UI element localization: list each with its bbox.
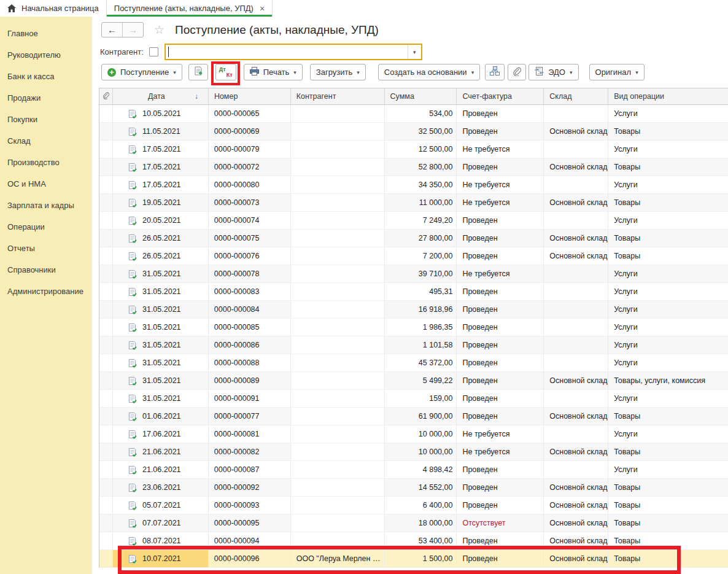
- cell-sum: 14 552,00: [385, 479, 457, 496]
- table-row[interactable]: 21.06.2021 0000-000087 4 898,42 Проведен…: [99, 461, 728, 479]
- create-receipt-button[interactable]: + Поступление ▾: [101, 64, 182, 80]
- column-header-attachment[interactable]: [99, 88, 113, 104]
- table-row[interactable]: 23.06.2021 0000-000092 14 552,00 Проведе…: [99, 479, 728, 497]
- table-row[interactable]: 17.06.2021 0000-000081 10 000,00 Не треб…: [99, 425, 728, 443]
- tab-home[interactable]: Начальная страница: [0, 0, 107, 17]
- cell-number: 0000-000094: [209, 532, 291, 549]
- attachments-button[interactable]: [508, 64, 526, 80]
- document-structure-button[interactable]: [485, 64, 505, 80]
- load-button[interactable]: Загрузить ▾: [310, 64, 366, 80]
- sidebar-item-администрирование[interactable]: Администрирование: [0, 281, 92, 302]
- favorite-star-icon[interactable]: ☆: [154, 23, 165, 37]
- posted-document-icon: [128, 145, 137, 154]
- cell-counterparty: [291, 532, 385, 549]
- sidebar-item-продажи[interactable]: Продажи: [0, 87, 92, 109]
- cell-counterparty: ООО "Леруа Мерлен …: [291, 550, 385, 567]
- cell-date: 31.05.2021: [113, 283, 209, 300]
- cell-warehouse: [544, 319, 608, 336]
- sidebar-item-руководителю[interactable]: Руководителю: [0, 44, 92, 66]
- counterparty-filter-checkbox[interactable]: [149, 47, 158, 56]
- cell-invoice: Проведен: [457, 550, 544, 567]
- table-row[interactable]: 31.05.2021 0000-000088 45 372,00 Проведе…: [99, 354, 728, 372]
- cell-warehouse: Основной склад: [544, 158, 608, 176]
- cell-attachment: [99, 212, 113, 229]
- cell-invoice: Не требуется: [457, 176, 544, 193]
- table-row[interactable]: 10.05.2021 0000-000065 534,00 Проведен У…: [99, 105, 728, 123]
- table-row[interactable]: 31.05.2021 0000-000091 159,00 Проведен У…: [99, 390, 728, 408]
- table-row[interactable]: 08.07.2021 0000-000094 53 400,00 Проведе…: [99, 532, 728, 550]
- cell-attachment: [99, 141, 113, 158]
- column-header-warehouse[interactable]: Склад: [544, 88, 608, 104]
- table-row[interactable]: 17.05.2021 0000-000080 34 350,00 Не треб…: [99, 176, 728, 194]
- sidebar-item-зарплата-и-кадры[interactable]: Зарплата и кадры: [0, 195, 92, 216]
- sidebar-item-склад[interactable]: Склад: [0, 130, 92, 152]
- column-header-operation[interactable]: Вид операции: [608, 88, 728, 104]
- cell-sum: 5 499,22: [385, 372, 457, 389]
- table-row[interactable]: 07.07.2021 0000-000095 18 000,00 Отсутст…: [99, 514, 728, 532]
- column-header-number[interactable]: Номер: [209, 88, 291, 104]
- table-row[interactable]: 31.05.2021 0000-000089 5 499,22 Проведен…: [99, 372, 728, 390]
- combo-dropdown-button[interactable]: ▾: [408, 45, 421, 59]
- table-row[interactable]: 10.07.2021 0000-000096 ООО "Леруа Мерлен…: [99, 550, 728, 568]
- cell-warehouse: [544, 141, 608, 158]
- dt-label: Дт: [219, 66, 226, 72]
- cell-operation: Товары: [608, 408, 728, 425]
- create-receipt-label: Поступление: [120, 68, 169, 77]
- tab-close-icon[interactable]: ×: [260, 4, 265, 13]
- cell-counterparty: [291, 461, 385, 478]
- copy-document-button[interactable]: [188, 64, 208, 80]
- table-row[interactable]: 01.06.2021 0000-000077 61 900,00 Проведе…: [99, 408, 728, 425]
- cell-date: 17.05.2021: [113, 176, 209, 193]
- sidebar-item-банк-и-касса[interactable]: Банк и касса: [0, 66, 92, 87]
- cell-date-text: 01.06.2021: [142, 412, 181, 421]
- table-row[interactable]: 19.05.2021 0000-000073 11 000,00 Не треб…: [99, 194, 728, 212]
- column-header-invoice[interactable]: Счет-фактура: [457, 88, 544, 104]
- chevron-down-icon: ▾: [357, 69, 360, 76]
- cell-date: 26.05.2021: [113, 230, 209, 247]
- forward-button[interactable]: →: [123, 23, 143, 37]
- sidebar-item-покупки[interactable]: Покупки: [0, 109, 92, 130]
- counterparty-filter-input[interactable]: ▾: [165, 44, 422, 60]
- table-row[interactable]: 17.05.2021 0000-000079 12 500,00 Не треб…: [99, 141, 728, 158]
- cell-date: 17.06.2021: [113, 425, 209, 443]
- sidebar-item-производство[interactable]: Производство: [0, 152, 92, 173]
- cell-warehouse: [544, 390, 608, 407]
- table-row[interactable]: 31.05.2021 0000-000084 16 918,96 Проведе…: [99, 301, 728, 319]
- original-button[interactable]: Оригинал ▾: [589, 64, 645, 80]
- column-header-date[interactable]: Дата ↓: [113, 88, 209, 104]
- table-row[interactable]: 31.05.2021 0000-000083 495,31 Проведен У…: [99, 283, 728, 301]
- table-row[interactable]: 21.06.2021 0000-000082 10 000,00 Не треб…: [99, 443, 728, 461]
- cell-attachment: [99, 319, 113, 336]
- print-button[interactable]: Печать ▾: [244, 64, 303, 80]
- sidebar-item-отчеты[interactable]: Отчеты: [0, 238, 92, 259]
- table-row[interactable]: 11.05.2021 0000-000069 32 500,00 Проведе…: [99, 123, 728, 141]
- table-row[interactable]: 26.05.2021 0000-000075 27 800,00 Проведе…: [99, 230, 728, 247]
- table-row[interactable]: 05.07.2021 0000-000093 6 400,00 Проведен…: [99, 497, 728, 514]
- table-row[interactable]: 31.05.2021 0000-000086 1 101,58 Проведен…: [99, 336, 728, 354]
- table-row[interactable]: 31.05.2021 0000-000078 39 710,00 Не треб…: [99, 265, 728, 283]
- sidebar-item-справочники[interactable]: Справочники: [0, 259, 92, 281]
- sidebar-item-главное[interactable]: Главное: [0, 23, 92, 44]
- cell-number: 0000-000093: [209, 497, 291, 514]
- edo-button[interactable]: ЭДО ▾: [529, 64, 578, 80]
- back-button[interactable]: ←: [102, 23, 123, 37]
- cell-attachment: [99, 372, 113, 389]
- tab-receipts[interactable]: Поступление (акты, накладные, УПД) ×: [107, 0, 273, 17]
- cell-operation: Услуги: [608, 141, 728, 158]
- show-postings-dtkt-button[interactable]: Дт Кт: [215, 64, 236, 80]
- table-row[interactable]: 31.05.2021 0000-000085 1 986,35 Проведен…: [99, 319, 728, 336]
- posted-document-icon: [128, 234, 137, 243]
- column-header-counterparty[interactable]: Контрагент: [291, 88, 385, 104]
- sidebar-item-ос-и-нма[interactable]: ОС и НМА: [0, 173, 92, 195]
- sidebar-item-операции[interactable]: Операции: [0, 216, 92, 238]
- cell-date-text: 10.05.2021: [142, 109, 181, 118]
- cell-date-text: 31.05.2021: [142, 323, 181, 332]
- history-nav: ← →: [101, 22, 144, 37]
- table-row[interactable]: 26.05.2021 0000-000076 7 200,00 Проведен…: [99, 247, 728, 265]
- cell-sum: 1 101,58: [385, 336, 457, 354]
- table-row[interactable]: 17.05.2021 0000-000072 52 800,00 Проведе…: [99, 158, 728, 176]
- posted-document-icon: [128, 198, 137, 207]
- create-based-on-button[interactable]: Создать на основании ▾: [378, 64, 480, 80]
- table-row[interactable]: 20.05.2021 0000-000074 7 249,20 Проведен…: [99, 212, 728, 230]
- column-header-sum[interactable]: Сумма: [385, 88, 457, 104]
